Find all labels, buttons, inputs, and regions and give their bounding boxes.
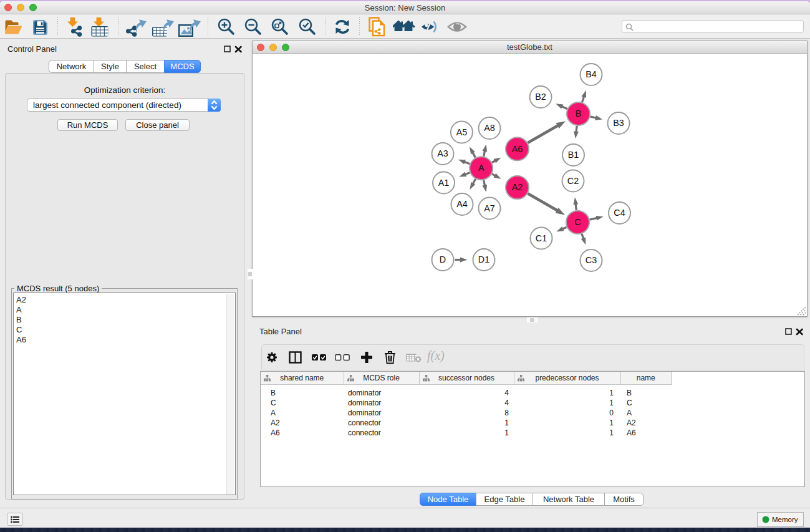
svg-text:B4: B4 (586, 69, 597, 79)
svg-text:C1: C1 (536, 233, 547, 243)
svg-text:A6: A6 (512, 144, 523, 154)
svg-text:A5: A5 (456, 127, 468, 137)
svg-text:B2: B2 (535, 92, 546, 102)
svg-text:A3: A3 (437, 148, 448, 158)
svg-text:C4: C4 (614, 208, 625, 218)
svg-text:A1: A1 (438, 178, 450, 188)
svg-text:A8: A8 (484, 123, 495, 133)
svg-text:B3: B3 (613, 118, 624, 128)
svg-text:B: B (576, 109, 582, 118)
svg-text:B1: B1 (568, 150, 579, 160)
svg-text:A2: A2 (512, 182, 523, 192)
svg-text:D: D (440, 254, 446, 264)
svg-text:A7: A7 (484, 203, 495, 213)
svg-text:A: A (478, 163, 485, 173)
svg-text:C2: C2 (567, 176, 579, 186)
svg-text:C3: C3 (586, 255, 597, 265)
svg-text:C: C (574, 217, 581, 227)
svg-text:A4: A4 (456, 199, 468, 209)
svg-text:D1: D1 (478, 254, 489, 264)
